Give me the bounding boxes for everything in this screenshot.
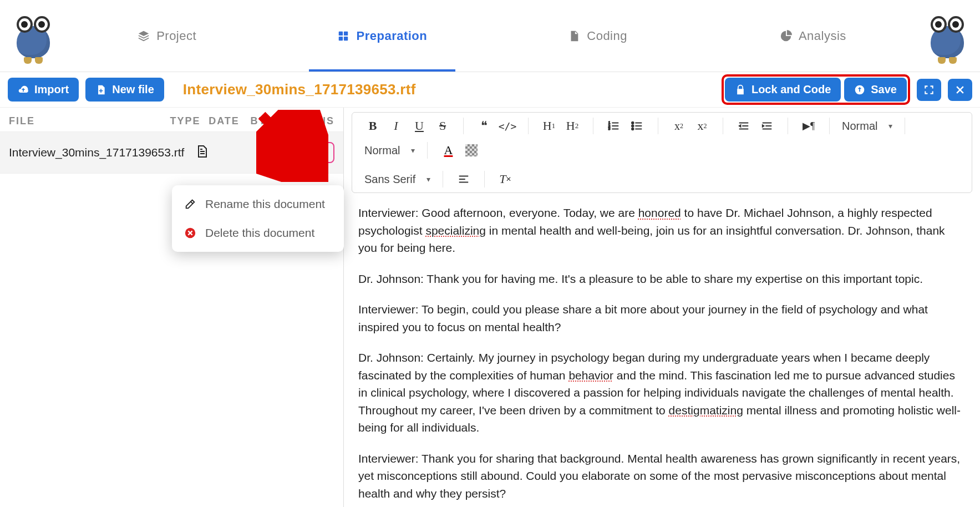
paragraph: Dr. Johnson: Certainly. My journey in ps…: [358, 349, 966, 437]
align-button[interactable]: [453, 169, 474, 189]
svg-point-13: [632, 125, 634, 127]
paragraph-format-select[interactable]: Normal ▾: [835, 120, 899, 133]
font-size-select[interactable]: Normal ▾: [358, 144, 422, 157]
app-logo-right[interactable]: [921, 8, 973, 64]
code-block-button[interactable]: </>: [497, 116, 518, 136]
layers-icon: [138, 30, 150, 42]
file-row-name: Interview_30mins_1717139653.rtf: [9, 146, 184, 159]
svg-rect-0: [339, 31, 343, 35]
svg-rect-4: [572, 36, 577, 37]
context-rename[interactable]: Rename this document: [172, 190, 344, 219]
highlight-annotation: Lock and Code Save: [722, 74, 910, 105]
save-button[interactable]: Save: [844, 78, 907, 102]
paragraph: Interviewer: Thank you for sharing that …: [358, 450, 966, 503]
file-text-icon: [195, 144, 209, 159]
file-row-actions: [280, 142, 334, 163]
unordered-list-button[interactable]: [627, 116, 648, 136]
spellcheck-word: specializing: [425, 224, 486, 237]
tab-coding-label: Coding: [587, 29, 627, 43]
editor-pane: B I U S ❝ </> H1 H2 123 x2: [344, 108, 980, 507]
expand-icon: [923, 84, 935, 95]
import-button-label: Import: [34, 83, 69, 96]
h1-button[interactable]: H1: [539, 116, 560, 136]
import-button[interactable]: Import: [8, 78, 79, 102]
main-area: FILE TYPE DATE BY ACTIONS Interview_30mi…: [0, 108, 980, 507]
font-family-select[interactable]: Sans Serif ▾: [358, 173, 437, 186]
clear-format-button[interactable]: T✕: [495, 169, 516, 189]
svg-rect-2: [339, 36, 343, 40]
row-actions-menu-button[interactable]: [316, 142, 334, 163]
file-row[interactable]: Interview_30mins_1717139653.rtf: [0, 131, 343, 174]
upload-circle-icon: [854, 84, 865, 95]
owl-avatar-icon: [257, 143, 277, 163]
context-delete-label: Delete this document: [205, 226, 314, 240]
italic-button[interactable]: I: [385, 116, 407, 136]
svg-rect-3: [344, 36, 348, 40]
paragraph-format-label: Normal: [842, 120, 877, 133]
col-actions: ACTIONS: [273, 115, 334, 127]
strike-button[interactable]: S: [432, 116, 453, 136]
h2-button[interactable]: H2: [562, 116, 583, 136]
outdent-button[interactable]: [733, 116, 754, 136]
tab-preparation-label: Preparation: [356, 29, 427, 43]
close-button[interactable]: [948, 79, 972, 101]
indent-button[interactable]: [756, 116, 778, 136]
pie-chart-icon: [780, 30, 792, 42]
svg-text:3: 3: [608, 126, 610, 130]
tab-analysis[interactable]: Analysis: [705, 0, 921, 72]
ordered-list-button[interactable]: 123: [603, 116, 624, 136]
subscript-button[interactable]: x2: [668, 116, 689, 136]
document-title: Interview_30mins_1717139653.rtf: [183, 81, 416, 98]
spellcheck-word: honored: [638, 206, 681, 219]
lock-icon: [735, 84, 746, 95]
app-logo-left: [7, 8, 59, 64]
col-type: TYPE: [166, 115, 205, 127]
blockquote-button[interactable]: ❝: [474, 116, 495, 136]
expand-button[interactable]: [917, 79, 941, 101]
text-color-button[interactable]: A: [438, 140, 459, 160]
file-table-header: FILE TYPE DATE BY ACTIONS: [0, 108, 343, 131]
col-date: DATE: [205, 115, 243, 127]
svg-point-14: [632, 128, 634, 130]
topbar: Project Preparation Coding Analysis: [0, 0, 980, 72]
superscript-button[interactable]: x2: [692, 116, 713, 136]
row-context-menu: Rename this document Delete this documen…: [172, 185, 344, 252]
font-family-label: Sans Serif: [364, 173, 415, 186]
file-plus-icon: [95, 84, 106, 95]
col-by: BY: [243, 115, 273, 127]
tab-project-label: Project: [156, 29, 196, 43]
text-direction-button[interactable]: ▶¶: [798, 116, 819, 136]
tab-project[interactable]: Project: [59, 0, 275, 72]
tab-analysis-label: Analysis: [799, 29, 846, 43]
context-rename-label: Rename this document: [205, 197, 325, 211]
lock-and-code-button[interactable]: Lock and Code: [725, 78, 841, 102]
editor-toolbar: B I U S ❝ </> H1 H2 123 x2: [352, 112, 972, 193]
owl-logo-icon: [11, 8, 55, 64]
file-row-type: [184, 144, 219, 162]
editor-body[interactable]: Interviewer: Good afternoon, everyone. T…: [344, 199, 980, 507]
background-color-button[interactable]: [461, 140, 482, 160]
nav-tabs: Project Preparation Coding Analysis: [59, 0, 921, 72]
new-file-button-label: New file: [112, 83, 154, 96]
file-row-by: [253, 143, 280, 163]
owl-avatar-icon: [925, 8, 969, 64]
paragraph: Interviewer: Good afternoon, everyone. T…: [358, 204, 966, 257]
underline-button[interactable]: U: [409, 116, 430, 136]
tab-coding[interactable]: Coding: [490, 0, 705, 72]
delete-circle-icon: [184, 227, 196, 239]
new-file-button[interactable]: New file: [85, 78, 164, 102]
paragraph: Dr. Johnson: Thank you for having me. It…: [358, 270, 966, 288]
bold-button[interactable]: B: [362, 116, 383, 136]
cloud-upload-icon: [18, 84, 29, 95]
context-delete[interactable]: Delete this document: [172, 219, 344, 247]
chevron-updown-icon: ▾: [411, 146, 415, 155]
spellcheck-word: destigmatizing: [669, 404, 743, 417]
chevron-updown-icon: ▾: [888, 121, 892, 130]
chevron-updown-icon: ▾: [426, 175, 430, 184]
grid-icon: [337, 30, 349, 42]
svg-rect-1: [344, 31, 348, 35]
spellcheck-word: behavior: [568, 369, 613, 382]
tab-preparation[interactable]: Preparation: [275, 0, 490, 72]
document-icon: [568, 30, 580, 42]
file-sidebar: FILE TYPE DATE BY ACTIONS Interview_30mi…: [0, 108, 344, 507]
